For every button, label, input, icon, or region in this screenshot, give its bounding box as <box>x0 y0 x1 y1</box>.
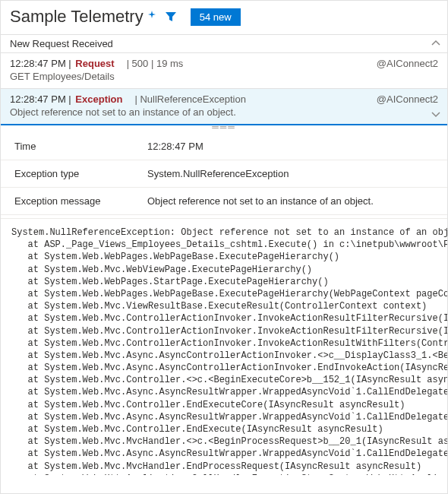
stack-trace: System.NullReferenceException: Object re… <box>1 219 447 475</box>
list-item[interactable]: 12:28:47 PM | Request | 500 | 19 ms @AIC… <box>1 53 447 89</box>
detail-label: Time <box>14 141 147 152</box>
list-item[interactable]: 12:28:47 PM | Exception | NullReferenceE… <box>1 89 447 125</box>
entry-time: 12:28:47 PM <box>10 93 66 105</box>
detail-row-exception-type: Exception type System.NullReferenceExcep… <box>1 160 447 188</box>
entry-detail: GET Employees/Details <box>10 71 438 82</box>
chevron-up-icon[interactable] <box>431 38 441 49</box>
entry-type: Request <box>75 58 114 69</box>
entry-host: @AIConnect2 <box>377 58 438 69</box>
chevron-down-icon[interactable] <box>431 109 441 119</box>
filter-icon[interactable] <box>165 11 177 23</box>
detail-label: Exception type <box>14 168 147 179</box>
detail-row-time: Time 12:28:47 PM <box>1 133 447 160</box>
section-title: New Request Received <box>10 38 113 49</box>
entry-time: 12:28:47 PM <box>10 58 66 69</box>
detail-value: Object reference not set to an instance … <box>147 195 434 207</box>
new-count-badge[interactable]: 54 new <box>191 8 241 26</box>
list-section-header[interactable]: New Request Received <box>1 35 447 53</box>
detail-row-exception-message: Exception message Object reference not s… <box>1 188 447 215</box>
detail-label: Exception message <box>14 195 147 207</box>
entry-detail: Object reference not set to an instance … <box>10 106 438 118</box>
entry-header: 12:28:47 PM | Exception | NullReferenceE… <box>10 93 438 105</box>
panel-header: Sample Telemetry 54 new <box>1 1 447 34</box>
entry-host: @AIConnect2 <box>377 93 438 105</box>
entry-type: Exception <box>75 93 122 105</box>
detail-value: 12:28:47 PM <box>147 141 434 152</box>
stack-trace-container[interactable]: System.NullReferenceException: Object re… <box>1 218 447 475</box>
detail-value: System.NullReferenceException <box>147 168 434 179</box>
detail-panel: Time 12:28:47 PM Exception type System.N… <box>1 130 447 218</box>
page-title: Sample Telemetry <box>10 7 144 27</box>
entry-summary: | NullReferenceException <box>134 93 245 105</box>
sparkle-icon[interactable] <box>148 11 160 23</box>
entry-summary: | 500 | 19 ms <box>127 58 184 69</box>
entry-header: 12:28:47 PM | Request | 500 | 19 ms @AIC… <box>10 58 438 69</box>
telemetry-list: New Request Received 12:28:47 PM | Reque… <box>1 34 447 125</box>
